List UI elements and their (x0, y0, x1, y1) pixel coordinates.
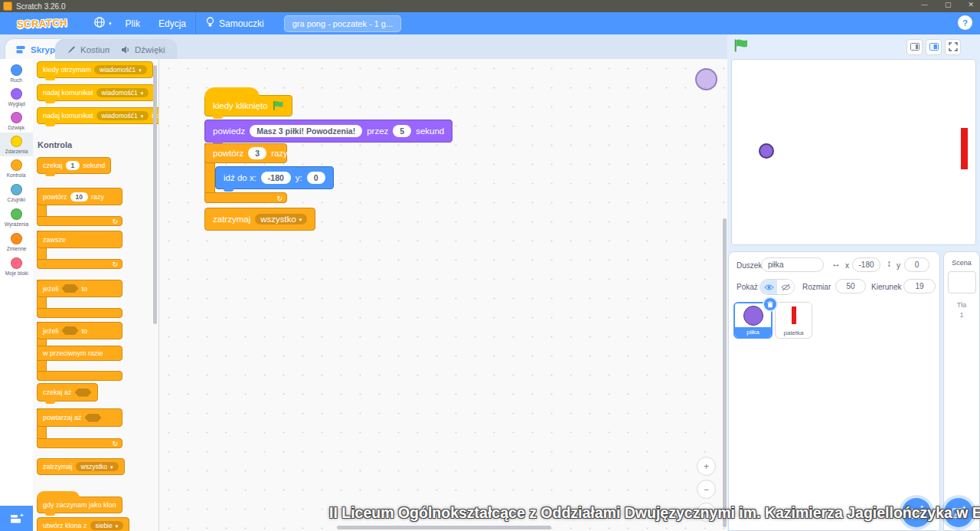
palette-forever-block[interactable]: zawsze ↻ (37, 231, 122, 269)
trash-icon (767, 301, 773, 308)
palette-stop-block[interactable]: zatrzymaj wszystko▾ (37, 458, 125, 475)
wait-seconds-input[interactable]: 1 (66, 161, 80, 170)
condition-slot[interactable] (62, 284, 79, 293)
category-events[interactable]: Zdarzenia (0, 133, 33, 156)
palette-broadcast-wait-block[interactable]: nadaj komunikat wiadomość1▾ i czekaj (37, 107, 159, 124)
goto-y-input[interactable]: 0 (307, 172, 325, 184)
add-extension-button[interactable]: + (0, 506, 33, 531)
scene-title: Scena (944, 259, 979, 267)
large-stage-button[interactable] (926, 39, 942, 55)
palette-when-clone-start-block[interactable]: gdy zaczynam jako klon (37, 497, 122, 513)
chevron-down-icon: ▾ (141, 90, 144, 96)
green-flag-button[interactable] (733, 38, 749, 56)
chevron-down-icon: ▾ (116, 523, 119, 529)
message-dropdown[interactable]: wiadomość1▾ (96, 88, 149, 97)
looks-color-dot (11, 88, 22, 100)
goto-x-input[interactable]: -180 (261, 172, 291, 184)
message-dropdown[interactable]: wiadomość1▾ (96, 111, 149, 120)
backdrop-thumbnail[interactable] (948, 271, 976, 293)
svg-text:+: + (920, 505, 923, 510)
motion-color-dot (11, 64, 22, 76)
stage-selector-panel[interactable]: Scena Tła 1 (943, 251, 980, 531)
palette-scrollbar[interactable] (153, 65, 157, 324)
ball-sprite[interactable] (759, 143, 774, 159)
operators-color-dot (11, 208, 22, 220)
category-control[interactable]: Kontrola (0, 156, 33, 180)
minimize-button[interactable]: — (921, 1, 928, 8)
delete-sprite-button[interactable] (763, 297, 778, 312)
y-position-input[interactable]: 0 (904, 257, 929, 272)
sprite-name-input[interactable] (761, 257, 824, 272)
stop-option-dropdown[interactable]: wszystko▾ (255, 214, 307, 225)
stop-all-block[interactable]: zatrzymaj wszystko▾ (204, 208, 315, 231)
show-sprite-button[interactable] (760, 280, 777, 294)
say-text-input[interactable]: Masz 3 piłki! Powodzenia! (250, 125, 362, 137)
zoom-out-button[interactable]: − (697, 480, 716, 499)
fullscreen-button[interactable] (945, 39, 961, 55)
message-dropdown[interactable]: wiadomość1▾ (94, 65, 147, 74)
size-input[interactable]: 50 (835, 279, 866, 293)
x-position-input[interactable]: -180 (852, 257, 880, 272)
help-button[interactable]: ? (958, 15, 972, 30)
repeat-count-input[interactable]: 10 (70, 192, 88, 202)
zoom-in-button[interactable]: + (697, 457, 716, 476)
menu-edit[interactable]: Edycja (149, 12, 195, 34)
category-myblocks[interactable]: Moje bloki (0, 254, 33, 278)
condition-slot[interactable] (85, 414, 102, 422)
direction-input[interactable]: 19 (903, 279, 936, 293)
menu-bar: SCRATCH ▾ Plik Edycja Samouczki gra pong… (0, 12, 980, 34)
add-backdrop-button[interactable]: + (944, 498, 973, 527)
stop-option-dropdown[interactable]: wszystko▾ (76, 462, 119, 471)
small-stage-button[interactable] (906, 39, 923, 55)
backdrop-image-icon: + (951, 506, 966, 520)
palette-wait-until-block[interactable]: czekaj aż (37, 383, 98, 402)
palette-repeat-block[interactable]: powtórz 10 razy ↻ (37, 188, 122, 226)
when-flag-clicked-block[interactable]: kiedy kliknięto (204, 95, 292, 116)
category-looks[interactable]: Wygląd (0, 85, 33, 109)
horizontal-scrollbar[interactable] (337, 526, 551, 529)
category-sound[interactable]: Dźwięk (0, 109, 33, 133)
loop-arrow-icon: ↻ (276, 193, 283, 204)
close-button[interactable]: ✕ (968, 1, 974, 8)
hide-sprite-button[interactable] (777, 280, 794, 294)
scratch-logo[interactable]: SCRATCH (17, 17, 68, 30)
language-menu[interactable]: ▾ (89, 16, 116, 31)
palette-broadcast-block[interactable]: nadaj komunikat wiadomość1▾ (37, 84, 155, 101)
category-variables[interactable]: Zmienne (0, 230, 33, 254)
menu-file[interactable]: Plik (116, 12, 149, 34)
palette-if-else-block[interactable]: jeżeli to w przeciwnym razie (37, 322, 122, 381)
palette-create-clone-block[interactable]: utwórz klona z siebie▾ (37, 517, 129, 531)
zoom-reset-button[interactable]: = (697, 503, 716, 522)
category-motion[interactable]: Ruch (0, 61, 33, 85)
svg-text:+: + (962, 506, 965, 510)
clone-target-dropdown[interactable]: siebie▾ (90, 521, 124, 530)
palette-when-receive-block[interactable]: kiedy otrzymam wiadomość1▾ (37, 61, 153, 78)
condition-slot[interactable] (62, 326, 79, 335)
say-for-seconds-block[interactable]: powiedz Masz 3 piłki! Powodzenia! przez … (204, 120, 452, 143)
x-position-icon: ↔ (831, 258, 841, 269)
y-position-icon: ↕ (887, 258, 891, 269)
category-operators[interactable]: Wyrażenia (0, 205, 33, 229)
repeat-count-input[interactable]: 3 (248, 147, 266, 159)
palette-if-block[interactable]: jeżeli to (37, 280, 122, 318)
paddle-thumbnail (792, 306, 796, 324)
palette-wait-block[interactable]: czekaj 1 sekund (37, 157, 111, 174)
category-sensing[interactable]: Czujniki (0, 181, 33, 205)
control-section-header: Kontrola (38, 140, 72, 149)
maximize-button[interactable]: ▢ (945, 1, 952, 8)
goto-xy-block[interactable]: idź do x: -180 y: 0 (215, 166, 334, 189)
condition-slot[interactable] (75, 388, 92, 397)
vertical-scrollbar[interactable] (723, 218, 727, 527)
stage[interactable] (731, 59, 976, 245)
palette-repeat-until-block[interactable]: powtarzaj aż ↻ (37, 408, 122, 448)
sprite-tile-paddle[interactable]: paletka (775, 302, 812, 339)
chevron-down-icon: ▾ (299, 217, 302, 222)
script-workspace[interactable]: kiedy kliknięto powiedz Masz 3 piłki! Po… (159, 59, 727, 531)
tab-sounds[interactable]: Dźwięki (109, 39, 177, 60)
say-seconds-input[interactable]: 5 (393, 125, 411, 137)
paddle-sprite[interactable] (961, 128, 968, 169)
add-sprite-button[interactable]: + (902, 498, 931, 527)
variables-color-dot (11, 233, 22, 244)
project-name-field[interactable]: gra pong - poczatek - 1 g... (284, 15, 401, 32)
menu-tutorials[interactable]: Samouczki (196, 12, 273, 34)
